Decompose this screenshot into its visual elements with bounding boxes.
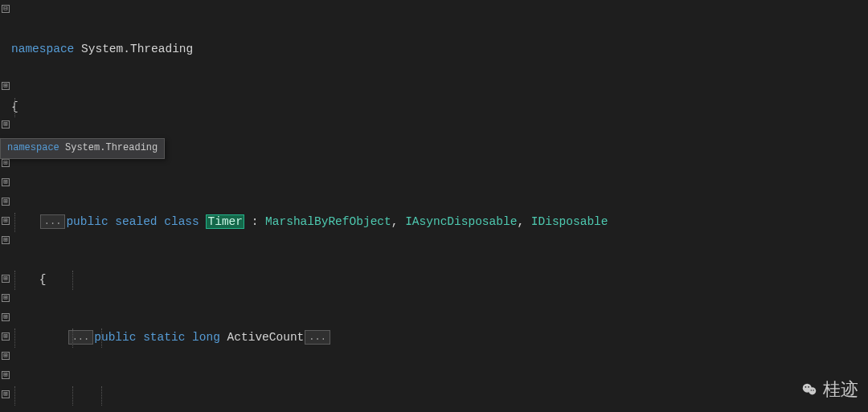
fold-toggle[interactable]: ⊞ bbox=[2, 236, 10, 244]
fold-toggle[interactable]: ⊞ bbox=[2, 332, 10, 341]
svg-point-4 bbox=[811, 390, 812, 390]
watermark-text: 桂迹 bbox=[823, 375, 858, 404]
fold-toggle[interactable]: ⊞ bbox=[2, 159, 10, 167]
namespace-name: System.Threading bbox=[81, 43, 193, 55]
wechat-icon bbox=[800, 381, 818, 398]
code-line: ...public static long ActiveCount... bbox=[11, 328, 868, 348]
fold-toggle[interactable]: ⊞ bbox=[2, 217, 10, 225]
fold-gutter: ⊟ ⊞ ⊞ ⊞ ⊞ ⊞ ⊞ ⊞ ⊞ ⊞ ⊞ ⊞ ⊞ ⊞ ⊞ bbox=[0, 0, 11, 412]
collapsed-region[interactable]: ... bbox=[40, 214, 66, 229]
fold-toggle[interactable]: ⊟ bbox=[2, 5, 10, 13]
svg-point-5 bbox=[813, 390, 813, 390]
collapsed-region[interactable]: ... bbox=[305, 330, 330, 345]
code-line: { bbox=[11, 98, 868, 117]
property-name: ActiveCount bbox=[227, 331, 305, 344]
code-line bbox=[11, 386, 868, 406]
code-editor[interactable]: namespace System.Threading { ...public s… bbox=[11, 0, 868, 412]
fold-toggle[interactable]: ⊞ bbox=[2, 275, 10, 283]
hover-tooltip: namespace System.Threading bbox=[0, 138, 165, 159]
fold-toggle[interactable]: ⊞ bbox=[2, 198, 10, 206]
fold-toggle[interactable]: ⊞ bbox=[2, 294, 10, 302]
fold-toggle[interactable]: ⊞ bbox=[2, 313, 10, 321]
fold-toggle[interactable]: ⊞ bbox=[2, 371, 10, 379]
class-name-highlight: Timer bbox=[206, 214, 244, 229]
fold-toggle[interactable]: ⊞ bbox=[2, 352, 10, 360]
fold-toggle[interactable]: ⊞ bbox=[2, 390, 10, 398]
fold-toggle[interactable]: ⊞ bbox=[2, 120, 10, 128]
code-line: namespace System.Threading bbox=[11, 40, 868, 59]
code-line: ...public sealed class Timer : MarshalBy… bbox=[11, 213, 868, 232]
svg-point-3 bbox=[808, 386, 809, 388]
code-line: { bbox=[11, 271, 868, 290]
fold-toggle[interactable]: ⊞ bbox=[2, 178, 10, 186]
keyword: namespace bbox=[11, 43, 74, 55]
fold-toggle[interactable]: ⊞ bbox=[2, 82, 10, 90]
svg-point-2 bbox=[805, 386, 807, 388]
watermark: 桂迹 bbox=[800, 375, 858, 404]
svg-point-1 bbox=[809, 387, 816, 394]
